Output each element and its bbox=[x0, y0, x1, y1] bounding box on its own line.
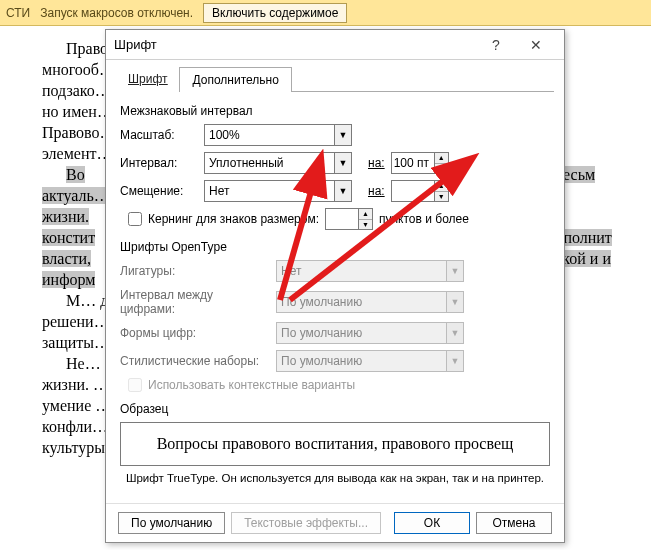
number-form-combo[interactable]: ▼ bbox=[276, 322, 464, 344]
scale-input[interactable] bbox=[204, 124, 334, 146]
cancel-button[interactable]: Отмена bbox=[476, 512, 552, 534]
sample-description: Шрифт TrueType. Он используется для выво… bbox=[120, 472, 550, 484]
chevron-down-icon[interactable]: ▼ bbox=[446, 291, 464, 313]
ligatures-label: Лигатуры: bbox=[120, 264, 270, 278]
set-default-button[interactable]: По умолчанию bbox=[118, 512, 225, 534]
text-effects-button: Текстовые эффекты... bbox=[231, 512, 381, 534]
chevron-down-icon[interactable]: ▼ bbox=[446, 260, 464, 282]
macro-security-bar: СТИ Запуск макросов отключен. Включить с… bbox=[0, 0, 651, 26]
sample-label: Образец bbox=[120, 402, 550, 416]
dialog-title: Шрифт bbox=[114, 37, 476, 52]
close-button[interactable]: ✕ bbox=[516, 31, 556, 59]
position-label: Смещение: bbox=[120, 184, 198, 198]
stylistic-sets-input[interactable] bbox=[276, 350, 446, 372]
spacing-input[interactable] bbox=[204, 152, 334, 174]
ok-button[interactable]: ОК bbox=[394, 512, 470, 534]
tab-font[interactable]: Шрифт bbox=[116, 67, 179, 92]
contextual-alternates-label: Использовать контекстные варианты bbox=[148, 378, 355, 392]
kerning-unit: пунктов и более bbox=[379, 212, 469, 226]
enable-content-button[interactable]: Включить содержимое bbox=[203, 3, 347, 23]
kerning-checkbox[interactable] bbox=[128, 212, 142, 226]
dialog-footer: По умолчанию Текстовые эффекты... ОК Отм… bbox=[106, 503, 564, 542]
position-by-label: на: bbox=[368, 184, 385, 198]
scale-combo[interactable]: ▼ bbox=[204, 124, 352, 146]
tab-bar: Шрифт Дополнительно bbox=[106, 60, 564, 91]
spacing-by-field[interactable]: ▲▼ bbox=[391, 152, 449, 174]
chevron-down-icon[interactable]: ▼ bbox=[334, 152, 352, 174]
number-spacing-combo[interactable]: ▼ bbox=[276, 291, 464, 313]
spacing-combo[interactable]: ▼ bbox=[204, 152, 352, 174]
position-by-field[interactable]: ▲▼ bbox=[391, 180, 449, 202]
opentype-group-label: Шрифты OpenType bbox=[120, 240, 550, 254]
number-spacing-label: Интервал между цифрами: bbox=[120, 288, 270, 316]
chevron-down-icon[interactable]: ▼ bbox=[446, 322, 464, 344]
help-button[interactable]: ? bbox=[476, 31, 516, 59]
ligatures-combo[interactable]: ▼ bbox=[276, 260, 464, 282]
dialog-titlebar: Шрифт ? ✕ bbox=[106, 30, 564, 60]
stylistic-sets-combo[interactable]: ▼ bbox=[276, 350, 464, 372]
spacing-by-input[interactable] bbox=[391, 152, 435, 174]
spinner-icon[interactable]: ▲▼ bbox=[359, 208, 373, 230]
font-dialog: Шрифт ? ✕ Шрифт Дополнительно Межзнаковы… bbox=[105, 29, 565, 543]
scale-label: Масштаб: bbox=[120, 128, 198, 142]
ligatures-input[interactable] bbox=[276, 260, 446, 282]
kerning-size-input[interactable] bbox=[325, 208, 359, 230]
chevron-down-icon[interactable]: ▼ bbox=[334, 180, 352, 202]
kerning-size-field[interactable]: ▲▼ bbox=[325, 208, 373, 230]
chevron-down-icon[interactable]: ▼ bbox=[446, 350, 464, 372]
kerning-label: Кернинг для знаков размером: bbox=[148, 212, 319, 226]
char-spacing-group-label: Межзнаковый интервал bbox=[120, 104, 550, 118]
security-prefix: СТИ bbox=[6, 6, 30, 20]
contextual-alternates-checkbox bbox=[128, 378, 142, 392]
position-input[interactable] bbox=[204, 180, 334, 202]
position-combo[interactable]: ▼ bbox=[204, 180, 352, 202]
spacing-by-label: на: bbox=[368, 156, 385, 170]
sample-preview: Вопросы правового воспитания, правового … bbox=[120, 422, 550, 466]
number-form-input[interactable] bbox=[276, 322, 446, 344]
tab-advanced[interactable]: Дополнительно bbox=[179, 67, 291, 92]
spacing-label: Интервал: bbox=[120, 156, 198, 170]
number-spacing-input[interactable] bbox=[276, 291, 446, 313]
stylistic-sets-label: Стилистические наборы: bbox=[120, 354, 270, 368]
spinner-icon[interactable]: ▲▼ bbox=[435, 180, 449, 202]
position-by-input[interactable] bbox=[391, 180, 435, 202]
chevron-down-icon[interactable]: ▼ bbox=[334, 124, 352, 146]
spinner-icon[interactable]: ▲▼ bbox=[435, 152, 449, 174]
number-form-label: Формы цифр: bbox=[120, 326, 270, 340]
security-message: Запуск макросов отключен. bbox=[40, 6, 193, 20]
